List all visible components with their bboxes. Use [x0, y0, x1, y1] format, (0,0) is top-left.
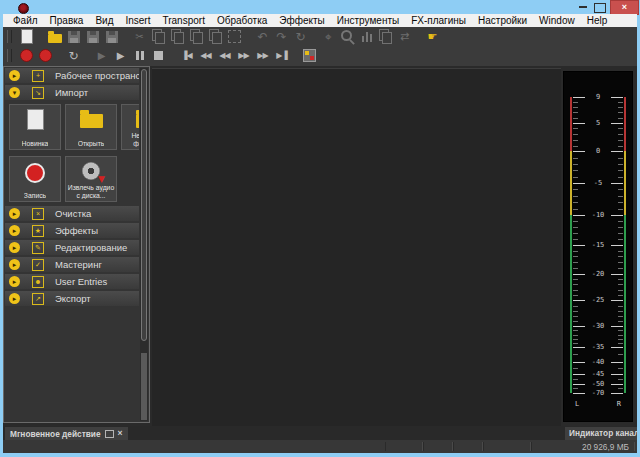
context-help-button[interactable]: ☛ [423, 28, 442, 45]
save-all-button[interactable] [102, 28, 121, 45]
goto-start-button[interactable]: ▐◀ [177, 47, 196, 64]
rewind-button[interactable]: ◀◀ [215, 47, 234, 64]
goto-end-button[interactable]: ▶▐ [272, 47, 291, 64]
save-as-button[interactable] [83, 28, 102, 45]
section-import[interactable]: ▾ ↘ Импорт [5, 85, 139, 100]
section-label: Очистка [55, 208, 91, 219]
forward-button[interactable]: ▶▶ [234, 47, 253, 64]
properties-button[interactable] [376, 28, 395, 45]
tab-channel-meter[interactable]: Индикатор каналов [565, 427, 637, 440]
routing-button[interactable]: ⇄ [395, 28, 414, 45]
meter-left-channel-label: L [575, 400, 579, 408]
section-effects[interactable]: ▸ ★ Эффекты [5, 223, 139, 238]
stop-icon [154, 51, 163, 60]
menu-item-insert[interactable]: Insert [119, 15, 156, 26]
paste-new-icon [209, 29, 219, 41]
toolbar-grip[interactable] [7, 30, 12, 43]
record-button[interactable] [36, 47, 55, 64]
memory-value: 20 926,9 МБ [582, 442, 629, 452]
pause-button[interactable] [130, 47, 149, 64]
chevron-down-icon: ▾ [9, 87, 20, 98]
zoom-selection-button[interactable] [338, 28, 357, 45]
tile-recent-files[interactable]: Недавние файлы... [121, 104, 139, 150]
menu-item-fx-plugins[interactable]: FX-плагины [405, 15, 472, 26]
menu-item-transport[interactable]: Transport [156, 15, 210, 26]
close-button[interactable]: × [610, 0, 639, 15]
workspace-canvas[interactable] [152, 68, 561, 426]
paste-new-button[interactable] [206, 28, 225, 45]
meter-tick-label: -25 [570, 296, 626, 304]
play-from-cursor-button[interactable]: ▶ [92, 47, 111, 64]
menu-item-process[interactable]: Обработка [211, 15, 273, 26]
close-icon[interactable]: × [118, 429, 123, 438]
tile-rip-cd[interactable]: ▼ Извлечь аудио с диска... [65, 156, 117, 202]
standard-toolbar: ✂ ↶ ↷ ↻ ⌖ ⇄ ☛ [3, 27, 637, 46]
trim-button[interactable] [225, 28, 244, 45]
cleanup-icon: × [32, 208, 44, 220]
minimize-button[interactable] [577, 3, 589, 11]
record-settings-button[interactable] [17, 47, 36, 64]
copy-button[interactable] [149, 28, 168, 45]
dock-tab-row: Мгновенное действие × Индикатор каналов [3, 426, 637, 440]
tile-open[interactable]: Открыть [65, 104, 117, 150]
section-cleanup[interactable]: ▸ × Очистка [5, 206, 139, 221]
properties-icon [379, 29, 389, 41]
menu-item-options[interactable]: Настройки [472, 15, 533, 26]
section-workspace[interactable]: ▸ + Рабочее пространство [5, 68, 139, 83]
section-export[interactable]: ▸ ↗ Экспорт [5, 291, 139, 306]
focus-button[interactable]: ⌖ [319, 28, 338, 45]
menu-item-tools[interactable]: Инструменты [331, 15, 405, 26]
skip-back-button[interactable]: ◀◀ [196, 47, 215, 64]
repeat-button[interactable]: ↻ [291, 28, 310, 45]
new-file-button[interactable] [17, 28, 36, 45]
meter-tick [618, 170, 623, 171]
toolbar-grip[interactable] [7, 49, 12, 62]
float-window-icon[interactable] [105, 430, 114, 438]
menu-item-effects[interactable]: Эффекты [273, 15, 330, 26]
mixer-button[interactable] [357, 28, 376, 45]
tile-new[interactable]: Новинка [9, 104, 61, 150]
meter-tick [573, 170, 578, 171]
meter-tick-label: 9 [570, 93, 626, 101]
undo-button[interactable]: ↶ [253, 28, 272, 45]
meter-tick [573, 335, 578, 336]
section-editing[interactable]: ▸ ✎ Редактирование [5, 240, 139, 255]
meter-tick [618, 164, 623, 165]
trim-icon [228, 30, 241, 43]
play-button[interactable]: ▶ [111, 47, 130, 64]
section-user-entries[interactable]: ▸ ☻ User Entries [5, 274, 139, 289]
paste-special-button[interactable] [187, 28, 206, 45]
chevron-right-icon: ▸ [9, 293, 20, 304]
meter-tick [618, 256, 623, 257]
paste-button[interactable] [168, 28, 187, 45]
menu-item-view[interactable]: Вид [89, 15, 119, 26]
meter-tick [573, 107, 578, 108]
redo-button[interactable]: ↷ [272, 28, 291, 45]
menu-item-edit[interactable]: Правка [44, 15, 90, 26]
skip-forward-button[interactable]: ▶▶ [253, 47, 272, 64]
section-mastering[interactable]: ▸ ✓ Мастеринг [5, 257, 139, 272]
meter-tick [618, 279, 623, 280]
scrollbar-thumb[interactable] [141, 69, 147, 341]
drop-marker-button[interactable] [300, 47, 319, 64]
tab-instant-action[interactable]: Мгновенное действие × [5, 427, 128, 440]
goto-end-icon: ▶▐ [276, 52, 286, 60]
tile-record[interactable]: Запись [9, 156, 61, 202]
loop-playback-button[interactable]: ↻ [64, 47, 83, 64]
meter-tick-label: -30 [570, 322, 626, 330]
save-button[interactable] [64, 28, 83, 45]
menu-item-help[interactable]: Help [581, 15, 614, 26]
meter-tick [573, 368, 578, 369]
maximize-button[interactable] [594, 3, 606, 13]
import-icon: ↘ [32, 87, 44, 99]
sidebar-scrollbar[interactable] [140, 68, 148, 421]
menu-item-window[interactable]: Window [533, 15, 581, 26]
cut-button[interactable]: ✂ [130, 28, 149, 45]
repeat-icon: ↻ [295, 31, 305, 43]
meter-tick-label: -40 [570, 358, 626, 366]
open-button[interactable] [45, 28, 64, 45]
effects-star-icon: ★ [32, 225, 44, 237]
stop-button[interactable] [149, 47, 168, 64]
chevron-right-icon: ▸ [9, 242, 20, 253]
menu-item-file[interactable]: Файл [7, 15, 44, 26]
